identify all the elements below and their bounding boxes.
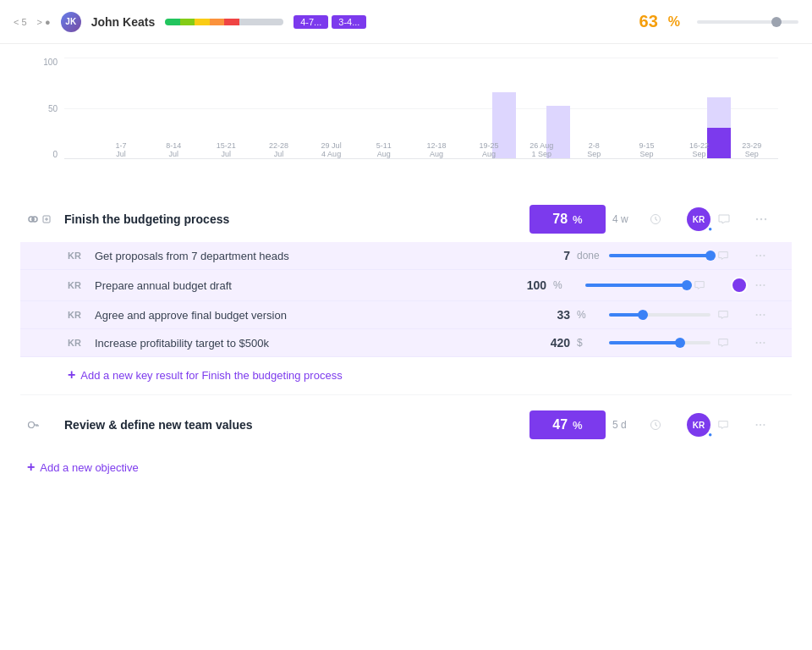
svg-point-18 [756, 314, 758, 316]
objective-1-score: 78 [552, 212, 568, 227]
kr-2-fill [585, 284, 687, 287]
objective-2-score: 47 [552, 417, 568, 432]
kr-row-3: KR Agree and approve final budget versio… [20, 301, 792, 329]
nav-forward-btn[interactable]: > ● [37, 17, 51, 27]
top-progress-slider[interactable] [697, 20, 798, 24]
kr-3-more[interactable] [754, 309, 785, 321]
x-label-6: 12-18Aug [420, 141, 453, 158]
kr-4-value: 420 [536, 336, 570, 350]
kr-2-avatar [731, 277, 748, 294]
nav-forward[interactable]: > ● [37, 17, 51, 27]
user-name: John Keats [91, 15, 155, 29]
chart-x-labels: 1-7Jul 8-14Jul 15-21Jul 22-28Jul 29 Jul4… [95, 141, 778, 158]
kr-4-unit: $ [577, 337, 602, 349]
objective-2-row: Review & define new team values 47 % 5 d… [20, 402, 792, 448]
tag-pills: 4-7... 3-4... [294, 15, 366, 29]
key-icon [27, 419, 39, 431]
avatar: JK [61, 12, 81, 32]
objective-2-kr-badge[interactable]: KR [687, 413, 710, 437]
kr-2-comment[interactable] [694, 279, 724, 291]
kr-2-title: Prepare annual budget draft [95, 279, 506, 292]
kr-row-2: KR Prepare annual budget draft 100 % [20, 270, 792, 301]
kr-1-comment[interactable] [717, 250, 748, 262]
tag-pill-2[interactable]: 3-4... [332, 15, 366, 29]
chart-y-labels: 100 50 0 [34, 58, 58, 176]
kr-1-title: Get proposals from 7 department heads [95, 250, 529, 262]
add-kr-row[interactable]: + Add a new key result for Finish the bu… [20, 359, 792, 391]
objectives-area: Finish the budgeting process 78 % 4 w KR [0, 190, 812, 490]
objective-1-icon [27, 213, 58, 225]
svg-point-13 [760, 255, 761, 256]
gridline-100 [64, 58, 778, 58]
svg-point-12 [756, 255, 758, 256]
kr-2-thumb [682, 280, 692, 290]
more-icon-3 [754, 309, 766, 321]
kr-2-unit: % [553, 279, 579, 291]
link-icon [27, 213, 39, 225]
x-label-2: 15-21Jul [209, 141, 243, 158]
nav-arrows[interactable]: < 5 [14, 17, 27, 27]
kr-2-value: 100 [513, 278, 546, 292]
objective-1-title: Finish the budgeting process [64, 212, 523, 226]
kr-3-thumb [638, 310, 648, 320]
more-icon-2 [754, 279, 766, 291]
svg-point-20 [763, 314, 765, 316]
tag-pill-1[interactable]: 4-7... [294, 15, 328, 29]
objective-2-more[interactable] [754, 419, 785, 431]
add-objective-row[interactable]: + Add a new objective [20, 451, 792, 483]
svg-line-8 [656, 219, 657, 221]
kr-3-slider[interactable] [609, 313, 710, 317]
objective-1-comment[interactable] [717, 212, 748, 226]
kr-2-more[interactable] [754, 279, 785, 291]
kr-1-label: KR [68, 251, 88, 261]
more-icon-1 [754, 250, 766, 262]
kr-2-slider[interactable] [585, 284, 687, 287]
kr-4-thumb [675, 338, 685, 348]
add-kr-label[interactable]: Add a new key result for Finish the budg… [80, 369, 342, 382]
kr-1-unit: done [577, 250, 602, 262]
color-bar [165, 19, 283, 25]
add-objective-label[interactable]: Add a new objective [40, 461, 138, 474]
kr-4-slider[interactable] [609, 341, 710, 344]
top-score: 63 [639, 12, 658, 31]
objective-1-duration: 4 w [612, 213, 643, 225]
kr-4-comment[interactable] [717, 337, 748, 349]
objective-1-row: Finish the budgeting process 78 % 4 w KR [20, 196, 792, 242]
objective-2-duration-value: 5 d [612, 419, 627, 431]
kr-3-comment[interactable] [717, 309, 748, 321]
kr-4-label: KR [68, 338, 88, 348]
kr-2-user-avatar [731, 277, 748, 294]
objective-1-kr-badge[interactable]: KR [687, 207, 710, 231]
more-icon-obj2 [754, 419, 766, 431]
kr-4-title: Increase profitability target to $500k [95, 337, 529, 350]
svg-point-19 [760, 314, 761, 316]
comment-icon-1 [717, 250, 729, 262]
chart-area: 100 50 0 1-7Jul [0, 44, 812, 190]
kr-1-more[interactable] [754, 250, 785, 262]
nav-back[interactable]: < 5 [14, 17, 27, 27]
kr-4-more[interactable] [754, 337, 785, 349]
svg-point-10 [760, 218, 762, 220]
kr-1-slider[interactable] [609, 254, 710, 257]
objective-1-more[interactable] [754, 212, 785, 226]
comment-icon [717, 212, 731, 226]
kr-1-fill [609, 254, 710, 257]
svg-point-24 [29, 422, 35, 428]
gridline-50 [64, 108, 778, 109]
x-label-4: 29 Jul4 Aug [315, 141, 348, 158]
objective-2-comment[interactable] [717, 419, 748, 431]
x-label-12: 23-29Sep [735, 141, 769, 158]
svg-line-30 [656, 425, 657, 427]
x-label-11: 16-22Sep [683, 141, 716, 158]
svg-point-14 [763, 255, 765, 256]
more-icon [754, 212, 768, 226]
kr-2-label: KR [68, 280, 88, 290]
comment-icon-obj2 [717, 419, 729, 431]
x-label-9: 2-8Sep [577, 141, 611, 158]
comment-icon-3 [717, 309, 729, 321]
svg-point-15 [756, 284, 758, 286]
kr-3-unit: % [577, 309, 602, 321]
kr-row-1: KR Get proposals from 7 department heads… [20, 242, 792, 270]
chart-container: 100 50 0 1-7Jul [34, 58, 778, 176]
expand-icon [42, 215, 51, 223]
